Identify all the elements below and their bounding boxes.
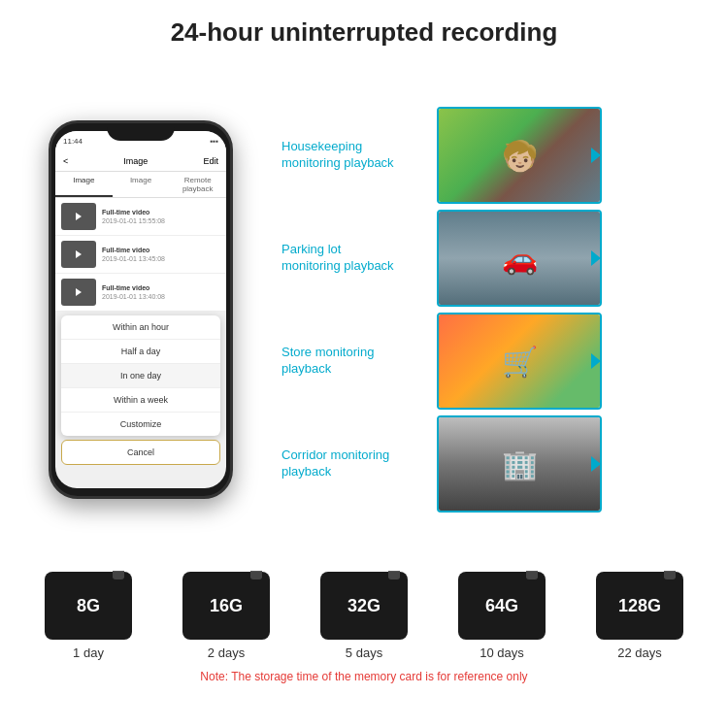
popup-cancel[interactable]: Cancel	[61, 440, 220, 465]
monitoring-label-corridor: Corridor monitoringplayback	[281, 447, 427, 480]
phone-nav-title: Image	[123, 156, 148, 166]
scene-child: 🧒🏼	[439, 109, 600, 202]
monitoring-img-store: 🛒	[437, 313, 602, 410]
video-date-2: 2019-01-01 13:45:08	[102, 255, 165, 262]
monitoring-img-corridor: 🏢	[437, 415, 602, 513]
page-header: 24-hour uninterrupted recording	[0, 0, 728, 57]
video-thumb-1	[61, 203, 96, 230]
monitoring-item-store: Store monitoringplayback 🛒	[281, 313, 718, 410]
monitoring-img-parking: 🚗	[437, 210, 602, 307]
sd-card-32g: 32G	[320, 572, 408, 640]
storage-card-64g: 64G 10 days	[458, 572, 546, 660]
monitoring-img-housekeeping: 🧒🏼	[437, 107, 602, 204]
sd-notch-128g	[664, 572, 676, 579]
sd-days-128g: 22 days	[617, 645, 662, 660]
sd-size-128g: 128G	[618, 596, 661, 616]
phone-edit[interactable]: Edit	[203, 156, 218, 166]
popup-cancel-label[interactable]: Cancel	[62, 441, 219, 464]
main-content: 11:44 ▪▪▪ < Image Edit Image Image Remot…	[0, 57, 728, 562]
storage-section: 8G 1 day 16G 2 days 32G 5 days 64G 10 da…	[0, 562, 728, 689]
arrow-right-store	[591, 353, 601, 369]
popup-item-halfday[interactable]: Half a day	[61, 340, 220, 364]
arrow-right-housekeeping	[591, 148, 601, 163]
sd-notch-8g	[113, 572, 124, 579]
monitoring-text-corridor: Corridor monitoringplayback	[281, 447, 427, 480]
sd-size-32g: 32G	[347, 596, 381, 616]
phone-nav-bar: < Image Edit	[55, 150, 226, 172]
sd-days-16g: 2 days	[208, 645, 245, 660]
video-title-1: Full-time video	[102, 209, 165, 215]
video-date-3: 2019-01-01 13:40:08	[102, 293, 165, 300]
sd-card-128g: 128G	[596, 572, 683, 640]
video-info-1: Full-time video 2019-01-01 15:55:08	[102, 209, 165, 224]
play-icon-2	[76, 250, 82, 258]
storage-card-8g: 8G 1 day	[45, 572, 132, 660]
sd-size-64g: 64G	[485, 596, 518, 616]
monitoring-label-housekeeping: Housekeepingmonitoring playback	[281, 139, 427, 172]
storage-cards: 8G 1 day 16G 2 days 32G 5 days 64G 10 da…	[19, 572, 709, 660]
phone-back[interactable]: <	[63, 156, 68, 166]
video-title-2: Full-time video	[102, 247, 165, 253]
video-date-1: 2019-01-01 15:55:08	[102, 217, 165, 224]
monitoring-item-parking: Parking lotmonitoring playback 🚗	[281, 210, 718, 307]
video-item-2: Full-time video 2019-01-01 13:45:08	[55, 236, 226, 274]
sd-days-8g: 1 day	[73, 645, 104, 660]
video-item-3: Full-time video 2019-01-01 13:40:08	[55, 274, 226, 312]
sd-card-8g: 8G	[45, 572, 132, 640]
monitoring-label-store: Store monitoringplayback	[281, 345, 427, 378]
page-title: 24-hour uninterrupted recording	[19, 17, 709, 48]
sd-days-32g: 5 days	[346, 645, 382, 660]
popup-item-hour[interactable]: Within an hour	[61, 315, 220, 340]
storage-note: Note: The storage time of the memory car…	[19, 666, 709, 689]
popup-item-oneday[interactable]: In one day	[61, 364, 220, 388]
storage-card-16g: 16G 2 days	[182, 572, 270, 660]
phone-screen: 11:44 ▪▪▪ < Image Edit Image Image Remot…	[55, 131, 226, 488]
sd-notch-16g	[250, 572, 262, 579]
monitoring-text-housekeeping: Housekeepingmonitoring playback	[281, 139, 427, 172]
video-thumb-2	[61, 241, 96, 268]
storage-card-32g: 32G 5 days	[320, 572, 408, 660]
phone-tab-remote[interactable]: Remote playback	[169, 172, 226, 197]
monitoring-label-parking: Parking lotmonitoring playback	[281, 242, 427, 275]
arrow-right-corridor	[591, 456, 601, 472]
sd-card-16g: 16G	[182, 572, 270, 640]
phone-section: 11:44 ▪▪▪ < Image Edit Image Image Remot…	[10, 57, 272, 562]
popup-item-customize[interactable]: Customize	[61, 413, 220, 436]
video-info-2: Full-time video 2019-01-01 13:45:08	[102, 247, 165, 262]
phone-notch	[107, 123, 175, 141]
popup-menu: Within an hour Half a day In one day Wit…	[61, 315, 220, 436]
phone-tab-image[interactable]: Image	[55, 172, 113, 197]
right-section: Housekeepingmonitoring playback 🧒🏼 Parki…	[272, 57, 718, 562]
sd-days-64g: 10 days	[480, 645, 524, 660]
scene-store: 🛒	[439, 314, 600, 408]
phone-icons: ▪▪▪	[210, 137, 218, 146]
sd-size-16g: 16G	[210, 596, 243, 616]
monitoring-text-parking: Parking lotmonitoring playback	[281, 242, 427, 275]
phone-time: 11:44	[63, 137, 83, 146]
sd-notch-64g	[526, 572, 538, 579]
monitoring-item-housekeeping: Housekeepingmonitoring playback 🧒🏼	[281, 107, 718, 204]
scene-corridor: 🏢	[439, 417, 600, 511]
monitoring-text-store: Store monitoringplayback	[281, 345, 427, 378]
phone-body: 11:44 ▪▪▪ < Image Edit Image Image Remot…	[49, 120, 233, 499]
play-icon-1	[76, 213, 82, 220]
video-item-1: Full-time video 2019-01-01 15:55:08	[55, 198, 226, 236]
video-thumb-3	[61, 279, 96, 306]
phone-tab-image2[interactable]: Image	[113, 172, 170, 197]
arrow-right-parking	[591, 250, 601, 266]
play-icon-3	[76, 288, 82, 296]
scene-parking: 🚗	[439, 212, 600, 305]
popup-item-week[interactable]: Within a week	[61, 388, 220, 413]
sd-size-8g: 8G	[77, 596, 100, 616]
phone-tabs: Image Image Remote playback	[55, 172, 226, 198]
video-title-3: Full-time video	[102, 284, 165, 291]
storage-card-128g: 128G 22 days	[596, 572, 683, 660]
sd-card-64g: 64G	[458, 572, 546, 640]
phone-wrapper: 11:44 ▪▪▪ < Image Edit Image Image Remot…	[49, 120, 233, 499]
monitoring-item-corridor: Corridor monitoringplayback 🏢	[281, 415, 718, 513]
sd-notch-32g	[388, 572, 400, 579]
video-info-3: Full-time video 2019-01-01 13:40:08	[102, 284, 165, 300]
